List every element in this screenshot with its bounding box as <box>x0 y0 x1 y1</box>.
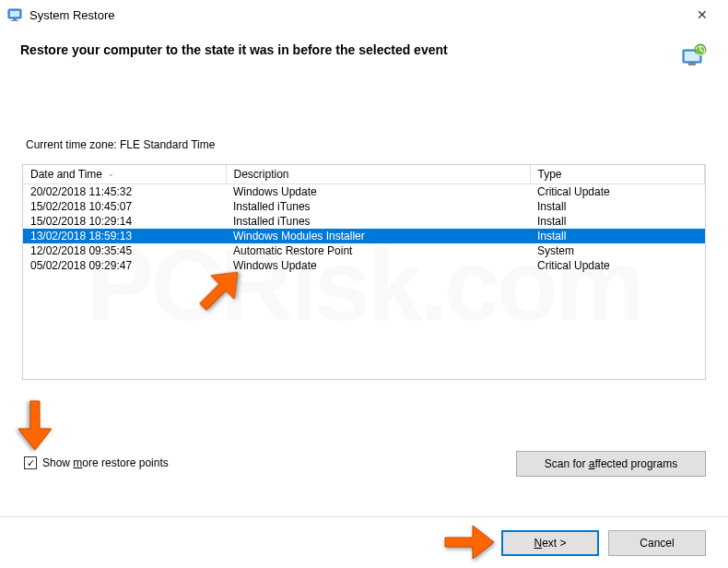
cell-type: Critical Update <box>530 184 705 200</box>
hint-arrow-icon <box>7 396 63 452</box>
cell-date: 13/02/2018 18:59:13 <box>23 229 226 243</box>
svg-rect-3 <box>11 20 18 21</box>
svg-rect-2 <box>13 18 17 20</box>
cell-type: Install <box>530 229 705 243</box>
next-button[interactable]: Next > <box>501 530 599 556</box>
cell-desc: Windows Update <box>226 184 530 200</box>
svg-rect-1 <box>10 11 19 17</box>
page-heading: Restore your computer to the state it wa… <box>20 42 680 57</box>
cell-type: System <box>530 243 705 258</box>
table-row[interactable]: 15/02/2018 10:29:14Installed iTunesInsta… <box>23 214 705 229</box>
scan-affected-button[interactable]: Scan for affected programs <box>516 451 706 477</box>
checkbox-icon[interactable]: ✓ <box>24 456 37 469</box>
cell-date: 20/02/2018 11:45:32 <box>23 184 226 200</box>
hint-arrow-icon <box>440 515 496 568</box>
cell-date: 15/02/2018 10:45:07 <box>23 199 226 214</box>
col-header-description[interactable]: Description <box>226 165 530 184</box>
timezone-label: Current time zone: FLE Standard Time <box>0 74 728 159</box>
restore-icon <box>680 42 708 68</box>
col-header-date[interactable]: Date and Time⌄ <box>23 165 226 184</box>
cell-desc: Windows Modules Installer <box>226 229 530 243</box>
titlebar: System Restore ✕ <box>0 0 728 30</box>
window-title: System Restore <box>29 8 684 22</box>
cancel-button[interactable]: Cancel <box>608 530 706 556</box>
cell-desc: Installed iTunes <box>226 214 530 229</box>
cell-type: Critical Update <box>530 258 705 273</box>
cell-desc: Automatic Restore Point <box>226 243 530 258</box>
table-header-row[interactable]: Date and Time⌄ Description Type <box>23 165 705 184</box>
cell-desc: Windows Update <box>226 258 530 273</box>
header: Restore your computer to the state it wa… <box>0 30 728 74</box>
bottom-bar: Next > Cancel <box>0 516 728 568</box>
cell-desc: Installed iTunes <box>226 199 530 214</box>
cell-date: 15/02/2018 10:29:14 <box>23 214 226 229</box>
checkbox-label: Show more restore points <box>42 456 169 469</box>
close-button[interactable]: ✕ <box>684 4 721 26</box>
cell-type: Install <box>530 214 705 229</box>
cell-type: Install <box>530 199 705 214</box>
restore-points-table[interactable]: Date and Time⌄ Description Type 20/02/20… <box>22 164 706 380</box>
monitor-icon <box>7 6 24 23</box>
col-header-type[interactable]: Type <box>530 165 705 184</box>
show-more-checkbox[interactable]: ✓ Show more restore points <box>24 456 169 469</box>
cell-date: 05/02/2018 09:29:47 <box>23 258 226 273</box>
table-row[interactable]: 12/02/2018 09:35:45Automatic Restore Poi… <box>23 243 705 258</box>
svg-rect-6 <box>688 63 696 65</box>
sort-arrow-icon: ⌄ <box>108 170 114 178</box>
table-row[interactable]: 13/02/2018 18:59:13Windows Modules Insta… <box>23 229 705 243</box>
table-row[interactable]: 20/02/2018 11:45:32Windows UpdateCritica… <box>23 184 705 200</box>
table-row[interactable]: 15/02/2018 10:45:07Installed iTunesInsta… <box>23 199 705 214</box>
cell-date: 12/02/2018 09:35:45 <box>23 243 226 258</box>
table-row[interactable]: 05/02/2018 09:29:47Windows UpdateCritica… <box>23 258 705 273</box>
